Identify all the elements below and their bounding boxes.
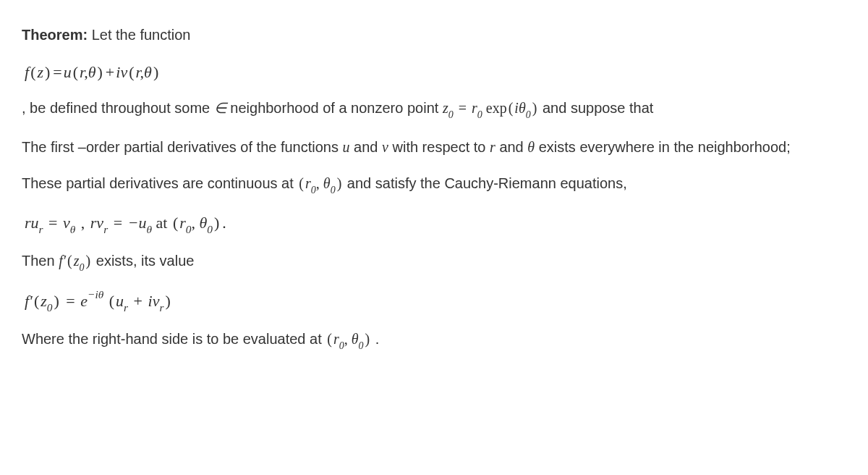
eval-a: Where the right-hand side is to be evalu… — [22, 331, 326, 347]
theorem-label: Theorem: — [22, 27, 88, 43]
definition-line: , be defined throughout some ∈ neighborh… — [22, 96, 846, 122]
cond1-d: and — [499, 139, 527, 155]
u-symbol: u — [343, 135, 350, 159]
cond1-b: and — [354, 139, 382, 155]
cauchy-riemann-equations: rur = vθ , rvr = −uθ at (r0, θ0). — [25, 210, 846, 238]
cond1-a: The first –order partial derivatives of … — [22, 139, 343, 155]
cond1-c: with respect to — [393, 139, 490, 155]
z0-expression: z0 = r0 exp(iθ0) — [443, 96, 539, 122]
conclusion-line: Then f′(z0) exists, its value — [22, 249, 846, 274]
conclusion-a: Then — [22, 253, 59, 269]
condition-1: The first –order partial derivatives of … — [22, 135, 846, 159]
r0theta0-1: (r0, θ0) — [297, 172, 343, 197]
definition-prefix: , be defined throughout some — [22, 100, 214, 116]
cond2-a: These partial derivatives are continuous… — [22, 175, 297, 191]
fprime-z0: f′(z0) — [59, 249, 92, 274]
theorem-intro-text: Let the function — [88, 27, 190, 43]
r-symbol: r — [490, 135, 495, 159]
r0theta0-2: (r0, θ0) — [326, 327, 371, 353]
condition-2: These partial derivatives are continuous… — [22, 172, 846, 197]
equation-fz-expr: f(z)=u(r,θ)+iv(r,θ) — [25, 59, 160, 85]
definition-suffix: and suppose that — [542, 100, 653, 116]
evaluation-note: Where the right-hand side is to be evalu… — [22, 327, 846, 353]
cr-equations-expr: rur = vθ , rvr = −uθ at (r0, θ0). — [25, 210, 228, 238]
definition-mid: neighborhood of a nonzero point — [230, 100, 443, 116]
epsilon-symbol: ∈ — [214, 96, 226, 119]
theorem-intro-line: Theorem: Let the function — [22, 23, 846, 46]
equation-fz: f(z)=u(r,θ)+iv(r,θ) — [25, 59, 846, 85]
conclusion-b: exists, its value — [96, 253, 195, 269]
cond2-b: and satisfy the Cauchy-Riemann equations… — [347, 175, 627, 191]
cond1-e: exists everywhere in the neighborhood; — [539, 139, 791, 155]
derivative-formula-expr: f′(z0) = e−iθ (ur + ivr) — [25, 287, 172, 315]
v-symbol: v — [382, 135, 388, 159]
eval-b: . — [375, 331, 380, 347]
derivative-formula: f′(z0) = e−iθ (ur + ivr) — [25, 287, 846, 315]
theta-symbol: θ — [527, 135, 535, 159]
